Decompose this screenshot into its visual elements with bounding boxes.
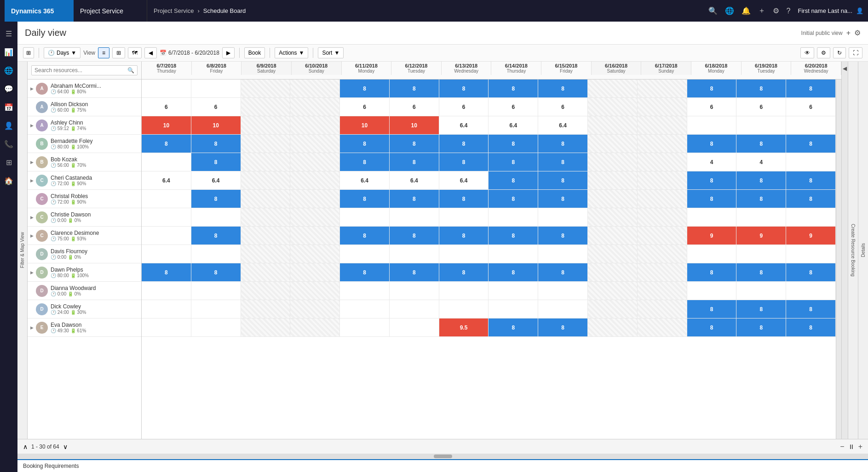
resource-row[interactable]: ▶ A Abraham McCormi... 🕐 64:00 🔋 80% xyxy=(28,80,141,98)
booking-cell-4-11[interactable]: 4 xyxy=(687,153,737,171)
booking-cell-13-11[interactable]: 8 xyxy=(687,318,737,336)
booking-cell-12-1[interactable] xyxy=(191,300,241,318)
booking-cell-9-0[interactable] xyxy=(142,245,191,263)
booking-cell-3-9[interactable] xyxy=(588,135,638,153)
booking-cell-11-9[interactable] xyxy=(588,282,638,300)
booking-cell-11-5[interactable] xyxy=(390,282,439,300)
booking-cell-2-3[interactable] xyxy=(290,116,340,134)
booking-cell-7-12[interactable] xyxy=(736,208,786,226)
booking-cell-3-3[interactable] xyxy=(290,135,340,153)
booking-cell-12-7[interactable] xyxy=(489,300,538,318)
search-icon-inline[interactable]: 🔍 xyxy=(127,67,134,74)
details-panel[interactable]: Details xyxy=(858,62,868,439)
booking-cell-9-10[interactable] xyxy=(638,245,687,263)
booking-cell-13-2[interactable] xyxy=(241,318,291,336)
booking-cell-12-4[interactable] xyxy=(340,300,390,318)
booking-cell-2-9[interactable] xyxy=(588,116,638,134)
booking-cell-1-2[interactable] xyxy=(241,98,291,116)
booking-cell-9-12[interactable] xyxy=(736,245,786,263)
sidebar-item-globe[interactable]: 🌐 xyxy=(0,62,17,79)
prev-button[interactable]: ◀ xyxy=(144,47,157,58)
sidebar-item-person[interactable]: 👤 xyxy=(0,117,17,134)
booking-cell-11-12[interactable] xyxy=(736,282,786,300)
booking-cell-4-13[interactable] xyxy=(786,153,836,171)
booking-cell-13-10[interactable] xyxy=(638,318,687,336)
resource-row[interactable]: ▶ C Cheri Castaneda 🕐 72:00 🔋 90% xyxy=(28,171,141,190)
booking-cell-11-3[interactable] xyxy=(290,282,340,300)
add-icon[interactable]: ＋ xyxy=(758,6,765,16)
booking-cell-7-8[interactable] xyxy=(538,208,588,226)
booking-cell-3-8[interactable]: 8 xyxy=(538,135,588,153)
booking-cell-3-4[interactable]: 8 xyxy=(340,135,390,153)
booking-cell-3-0[interactable]: 8 xyxy=(142,135,191,153)
booking-cell-3-13[interactable]: 8 xyxy=(786,135,836,153)
booking-cell-9-5[interactable] xyxy=(390,245,439,263)
sidebar-item-calendar[interactable]: 📅 xyxy=(0,99,17,115)
zoom-out-button[interactable]: − xyxy=(840,443,844,451)
filter-map-panel[interactable]: Filter & Map View xyxy=(17,62,28,439)
booking-cell-9-13[interactable] xyxy=(786,245,836,263)
booking-cell-0-0[interactable] xyxy=(142,80,191,97)
booking-cell-12-5[interactable] xyxy=(390,300,439,318)
booking-cell-12-12[interactable]: 8 xyxy=(736,300,786,318)
resource-row[interactable]: D Davis Flournoy 🕐 0:00 🔋 0% xyxy=(28,245,141,263)
booking-cell-12-0[interactable] xyxy=(142,300,191,318)
booking-cell-12-9[interactable] xyxy=(588,300,638,318)
scrollbar[interactable] xyxy=(836,80,841,439)
booking-cell-9-8[interactable] xyxy=(538,245,588,263)
booking-cell-1-1[interactable]: 6 xyxy=(191,98,241,116)
booking-cell-11-8[interactable] xyxy=(538,282,588,300)
booking-cell-12-11[interactable]: 8 xyxy=(687,300,737,318)
days-button[interactable]: 🕐 Days ▼ xyxy=(44,47,80,58)
booking-cell-4-10[interactable] xyxy=(638,153,687,171)
booking-cell-8-8[interactable]: 8 xyxy=(538,227,588,245)
booking-cell-4-2[interactable] xyxy=(241,153,291,171)
settings-icon[interactable]: ⚙ xyxy=(773,6,779,15)
booking-cell-8-4[interactable]: 8 xyxy=(340,227,390,245)
booking-cell-10-2[interactable] xyxy=(241,263,291,281)
booking-cell-7-11[interactable] xyxy=(687,208,737,226)
booking-cell-1-12[interactable]: 6 xyxy=(736,98,786,116)
booking-cell-7-7[interactable] xyxy=(489,208,538,226)
booking-cell-13-7[interactable]: 8 xyxy=(489,318,538,336)
booking-cell-11-10[interactable] xyxy=(638,282,687,300)
booking-cell-8-2[interactable] xyxy=(241,227,291,245)
booking-cell-13-6[interactable]: 9.5 xyxy=(439,318,489,336)
booking-cell-12-8[interactable] xyxy=(538,300,588,318)
booking-cell-0-3[interactable] xyxy=(290,80,340,97)
booking-cell-2-8[interactable]: 6.4 xyxy=(538,116,588,134)
booking-cell-5-4[interactable]: 6.4 xyxy=(340,171,390,189)
booking-cell-5-9[interactable] xyxy=(588,171,638,189)
booking-cell-3-10[interactable] xyxy=(638,135,687,153)
booking-cell-1-0[interactable]: 6 xyxy=(142,98,191,116)
booking-cell-2-1[interactable]: 10 xyxy=(191,116,241,134)
sidebar-item-message[interactable]: 💬 xyxy=(0,80,17,97)
dynamics365-logo[interactable]: Dynamics 365 xyxy=(5,0,74,22)
booking-cell-0-8[interactable]: 8 xyxy=(538,80,588,97)
resource-row[interactable]: C Christal Robles 🕐 72:00 🔋 90% xyxy=(28,190,141,208)
booking-cell-5-3[interactable] xyxy=(290,171,340,189)
booking-cell-1-10[interactable] xyxy=(638,98,687,116)
booking-cell-5-1[interactable]: 6.4 xyxy=(191,171,241,189)
booking-cell-10-7[interactable]: 8 xyxy=(489,263,538,281)
booking-cell-0-13[interactable]: 8 xyxy=(786,80,836,97)
booking-cell-8-9[interactable] xyxy=(588,227,638,245)
collapse-rows-button[interactable]: ∧ xyxy=(23,443,28,450)
booking-cell-8-7[interactable]: 8 xyxy=(489,227,538,245)
booking-cell-8-5[interactable]: 8 xyxy=(390,227,439,245)
bell-icon[interactable]: 🔔 xyxy=(742,6,751,15)
booking-cell-4-3[interactable] xyxy=(290,153,340,171)
booking-cell-13-3[interactable] xyxy=(290,318,340,336)
booking-cell-4-5[interactable]: 8 xyxy=(390,153,439,171)
sort-button[interactable]: Sort ▼ xyxy=(318,47,344,58)
booking-cell-8-1[interactable]: 8 xyxy=(191,227,241,245)
booking-cell-3-5[interactable]: 8 xyxy=(390,135,439,153)
expand-icon-8[interactable]: ▶ xyxy=(30,233,35,238)
booking-cell-12-10[interactable] xyxy=(638,300,687,318)
booking-cell-4-1[interactable]: 8 xyxy=(191,153,241,171)
booking-cell-12-2[interactable] xyxy=(241,300,291,318)
sidebar-item-home[interactable]: 🏠 xyxy=(0,172,17,189)
sidebar-item-dashboard[interactable]: 📊 xyxy=(0,44,17,60)
booking-cell-4-8[interactable]: 8 xyxy=(538,153,588,171)
booking-cell-2-10[interactable] xyxy=(638,116,687,134)
